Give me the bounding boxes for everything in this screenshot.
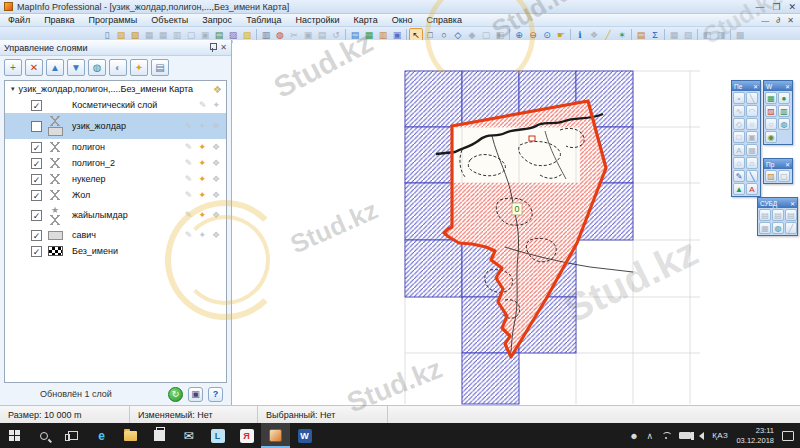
menu-edit[interactable]: Правка	[44, 15, 74, 25]
mail-icon[interactable]: ✉	[174, 423, 203, 448]
label-layer-icon[interactable]: ❖	[212, 190, 220, 200]
notification-center-icon[interactable]	[782, 431, 794, 441]
layer-checkbox[interactable]: ✓	[31, 158, 42, 169]
run-program-icon[interactable]: ▢	[778, 170, 790, 182]
tray-expand-icon[interactable]: ∧	[647, 431, 654, 441]
menu-table[interactable]: Таблица	[246, 15, 281, 25]
label-layer-icon[interactable]: ❖	[212, 210, 220, 220]
menu-help[interactable]: Справка	[427, 15, 462, 25]
line-style-icon[interactable]: ╲	[746, 170, 758, 182]
menu-query[interactable]: Запрос	[202, 15, 232, 25]
map-window[interactable]: 0 Пе✕•╲∿◠◇○□▣A▦⌂⌂✎╲▲AW✕▦●▨▥○◍◉Пр✕▨▢СУБД✕…	[233, 40, 800, 405]
toolbar-close-icon[interactable]: ✕	[785, 161, 790, 168]
mdi-restore-button[interactable]: ∂	[776, 16, 780, 25]
autolabel-layer-icon[interactable]: ✦	[130, 59, 148, 76]
autolabel-icon[interactable]: ✦	[198, 158, 206, 168]
edit-layer-icon[interactable]: ✎	[185, 190, 193, 200]
layer-visibility-icon[interactable]: ◍	[88, 59, 106, 76]
layer-row-bez-imeni[interactable]: ✓ Без_имени	[5, 243, 226, 259]
mdi-minimize-button[interactable]: —	[761, 16, 769, 25]
tree-expander-icon[interactable]: ▾	[11, 85, 15, 93]
layer-row-nukeler[interactable]: ✓ нукелер ✎ ✦ ❖	[5, 171, 226, 187]
dbms-refresh-icon[interactable]: ◍	[772, 222, 784, 234]
autolabel-icon[interactable]: ✦	[198, 230, 206, 240]
grid-style-swatch[interactable]	[48, 246, 63, 256]
line-style-swatch[interactable]	[48, 142, 62, 152]
refresh-layers-button[interactable]: ↻	[168, 387, 183, 402]
remove-layer-icon[interactable]: ✕	[25, 59, 43, 76]
menu-objects[interactable]: Объекты	[151, 15, 188, 25]
task-view-button[interactable]	[58, 423, 87, 448]
wms-props-icon[interactable]: ○	[765, 118, 777, 130]
layer-row-cosmetic[interactable]: ✓ Косметический слой ✎ ✦	[5, 97, 226, 113]
ellipse-tool-icon[interactable]: ○	[746, 118, 758, 130]
layer-editable-icon[interactable]: ◐	[109, 59, 127, 76]
dbms-disconnect-icon[interactable]: ╱	[785, 222, 797, 234]
web-globe-icon[interactable]: ◍	[778, 118, 790, 130]
region-style-icon[interactable]: ▲	[733, 183, 745, 195]
region-style-swatch[interactable]	[48, 127, 63, 136]
menu-tools[interactable]: Программы	[89, 15, 138, 25]
menu-window[interactable]: Окно	[392, 15, 413, 25]
label-layer-icon[interactable]: ❖	[212, 121, 220, 131]
edge-icon[interactable]: e	[87, 423, 116, 448]
move-layer-down-icon[interactable]: ▼	[67, 59, 85, 76]
floating-toolbar-title[interactable]: Пр✕	[764, 159, 792, 169]
label-layer-icon[interactable]: ❖	[212, 158, 220, 168]
layer-checkbox[interactable]	[31, 121, 42, 132]
layer-checkbox[interactable]: ✓	[31, 174, 42, 185]
arc-tool-icon[interactable]: ◠	[746, 105, 758, 117]
word-icon[interactable]: W	[290, 423, 319, 448]
layer-row-zhaiylymdar[interactable]: ✓ ★ жайылымдар ✎ ✦ ❖	[5, 203, 226, 227]
search-button[interactable]	[29, 423, 58, 448]
keyboard-language[interactable]: ҚАЗ	[712, 431, 728, 440]
line-style-swatch[interactable]	[48, 174, 62, 184]
roundrect-tool-icon[interactable]: ▣	[746, 131, 758, 143]
battery-icon[interactable]	[679, 432, 691, 439]
explorer-icon[interactable]	[116, 423, 145, 448]
autolabel-icon[interactable]: ✦	[198, 210, 206, 220]
tool-manager-icon[interactable]: ▨	[765, 170, 777, 182]
minimize-button[interactable]: —	[755, 2, 764, 12]
edit-layer-icon[interactable]: ✎	[185, 121, 193, 131]
edit-layer-icon[interactable]: ✎	[185, 158, 193, 168]
rectangle-tool-icon[interactable]: □	[733, 131, 745, 143]
dbms-open-icon[interactable]: ▤	[759, 209, 771, 221]
store-icon[interactable]	[145, 423, 174, 448]
restore-button[interactable]: ❐	[772, 2, 780, 12]
start-button[interactable]	[0, 423, 29, 448]
people-icon[interactable]: ☻	[629, 431, 638, 441]
reshape-icon[interactable]: ⌂	[746, 157, 758, 169]
autolabel-icon[interactable]: ✦	[198, 190, 206, 200]
line-style-swatch[interactable]	[48, 215, 62, 225]
line-style-swatch[interactable]	[48, 190, 62, 200]
frame-tool-icon[interactable]: ▦	[746, 144, 758, 156]
text-style-icon[interactable]: A	[746, 183, 758, 195]
line-style-swatch[interactable]	[48, 158, 62, 168]
speaker-icon[interactable]	[699, 432, 704, 440]
panel-close-icon[interactable]: ✕	[220, 43, 227, 52]
label-layer-icon[interactable]: ❖	[212, 142, 220, 152]
symbol-style-icon[interactable]: ✎	[733, 170, 745, 182]
toolbar-close-icon[interactable]: ✕	[785, 83, 790, 90]
layer-tree-root[interactable]: ▾ узик_жолдар,полигон,....Без_имени Карт…	[5, 81, 226, 97]
label-layer-icon[interactable]: ❖	[212, 230, 220, 240]
layer-checkbox[interactable]: ✓	[31, 230, 42, 241]
dbms-unlink-icon[interactable]: ▤	[785, 209, 797, 221]
tile-server-icon[interactable]: ▨	[765, 105, 777, 117]
mdi-close-button[interactable]: ✕	[787, 16, 794, 25]
polyline-tool-icon[interactable]: ∿	[733, 105, 745, 117]
wifi-icon[interactable]	[661, 432, 671, 440]
menu-options[interactable]: Настройки	[295, 15, 339, 25]
layer-row-poligon[interactable]: ✓ полигон ✎ ✦ ❖	[5, 139, 226, 155]
line-style-swatch[interactable]	[48, 116, 62, 126]
help-button[interactable]: ?	[208, 387, 223, 402]
edit-layer-icon[interactable]: ✎	[185, 174, 193, 184]
taskbar-clock[interactable]: 23:11 03.12.2018	[736, 426, 774, 445]
add-layer-icon[interactable]: +	[4, 59, 22, 76]
floating-toolbar-title[interactable]: СУБД✕	[758, 198, 797, 208]
open-wfs-icon[interactable]: ●	[778, 92, 790, 104]
menu-map[interactable]: Карта	[354, 15, 378, 25]
find-address-icon[interactable]: ◉	[765, 131, 777, 143]
text-tool-icon[interactable]: A	[733, 144, 745, 156]
